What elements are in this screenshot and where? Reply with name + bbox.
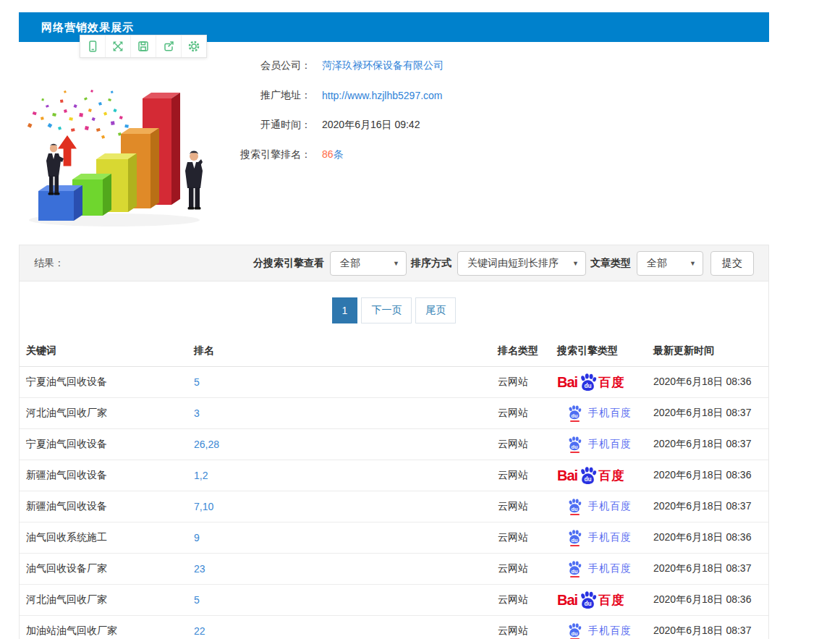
engine-select[interactable]: 全部▼ (330, 251, 407, 276)
cell-engine: Bai du 百度 (551, 367, 647, 398)
save-button[interactable] (131, 35, 156, 57)
account-info: 会员公司： 菏泽玖禄环保设备有限公司 推广地址： http://www.hzjl… (221, 51, 444, 169)
sort-select[interactable]: 关键词由短到长排序▼ (457, 251, 586, 276)
next-page-button[interactable]: 下一页 (361, 297, 412, 323)
cell-rank-type: 云网站 (491, 367, 551, 398)
info-row-open-time: 开通时间： 2020年6月16日 09:42 (221, 110, 444, 140)
rank-link[interactable]: 26,28 (194, 439, 219, 450)
baidu-mobile-logo: du 手机百度 (557, 436, 632, 453)
table-row: 河北油气回收厂家 5 云网站 Bai du 百度 (20, 585, 768, 616)
mobile-baidu-text: 手机百度 (588, 625, 632, 638)
baidu-bai-text: Bai (557, 467, 577, 484)
cell-time: 2020年6月18日 08:37 (647, 491, 768, 522)
cell-time: 2020年6月18日 08:36 (647, 585, 768, 616)
cell-rank: 23 (187, 554, 491, 585)
cell-rank-type: 云网站 (491, 398, 551, 429)
baidu-mobile-logo: du 手机百度 (557, 499, 632, 515)
baidu-pc-logo: Bai du 百度 (557, 467, 624, 485)
engine-filter-label: 分搜索引擎查看 (253, 257, 324, 270)
settings-icon (187, 40, 200, 53)
cell-engine: du 手机百度 (551, 522, 647, 554)
page-button-current[interactable]: 1 (332, 297, 358, 323)
rank-link[interactable]: 3 (194, 407, 200, 419)
cell-rank: 3 (187, 398, 491, 429)
fullscreen-button[interactable] (106, 35, 131, 57)
cell-time: 2020年6月18日 08:36 (647, 460, 768, 491)
table-row: 加油站油气回收厂家 22 云网站 du (20, 616, 768, 639)
rank-link[interactable]: 9 (194, 532, 200, 543)
baidu-paw-icon: du (567, 436, 582, 451)
marketing-chart-clipart (20, 48, 217, 229)
mobile-preview-icon (86, 40, 99, 53)
mobile-baidu-text: 手机百度 (588, 438, 632, 451)
baidu-paw-icon: du (578, 467, 598, 485)
cell-rank: 1,2 (187, 460, 491, 491)
svg-text:du: du (572, 505, 578, 512)
rank-link[interactable]: 7,10 (194, 501, 213, 512)
cell-engine: du 手机百度 (551, 429, 647, 460)
submit-button[interactable]: 提交 (710, 251, 754, 276)
rank-link[interactable]: 5 (194, 376, 200, 388)
rank-link[interactable]: 5 (194, 594, 200, 606)
results-table-body: 宁夏油气回收设备 5 云网站 Bai du 百度 (20, 367, 768, 639)
baidu-paw-icon: du (567, 561, 582, 575)
article-type-select[interactable]: 全部▼ (637, 251, 703, 276)
header-rank-type: 排名类型 (491, 337, 551, 367)
last-page-button[interactable]: 尾页 (415, 297, 456, 323)
cell-time: 2020年6月18日 08:36 (647, 522, 768, 554)
baidu-paw-icon: du (578, 591, 598, 609)
baidu-mobile-logo: du 手机百度 (557, 405, 632, 422)
info-row-rank-count: 搜索引擎排名： 86条 (221, 140, 444, 169)
baidu-underline-decoration (570, 420, 580, 422)
rank-count-label: 搜索引擎排名： (221, 148, 311, 161)
rank-count-number: 86 (322, 148, 334, 160)
table-row: 宁夏油气回收设备 5 云网站 Bai du 百度 (20, 367, 768, 398)
fullscreen-icon (111, 40, 124, 53)
cell-rank: 26,28 (187, 429, 491, 460)
mobile-baidu-text: 手机百度 (588, 500, 632, 513)
article-type-label: 文章类型 (590, 257, 631, 270)
cell-time: 2020年6月18日 08:37 (647, 616, 768, 639)
promo-url-link[interactable]: http://www.hzjlhb5297.com (322, 90, 443, 101)
company-label: 会员公司： (221, 59, 311, 72)
settings-button[interactable] (182, 35, 206, 57)
cell-rank: 5 (187, 585, 491, 616)
cell-rank-type: 云网站 (491, 616, 551, 639)
chevron-down-icon: ▼ (572, 260, 579, 267)
cell-rank: 9 (187, 522, 491, 554)
cell-rank-type: 云网站 (491, 460, 551, 491)
cell-engine: du 手机百度 (551, 616, 647, 639)
cell-time: 2020年6月18日 08:37 (647, 554, 768, 585)
table-header-row: 关键词 排名 排名类型 搜索引擎类型 最新更新时间 (20, 337, 768, 367)
cell-keyword: 河北油气回收厂家 (20, 398, 187, 429)
rank-link[interactable]: 23 (194, 563, 205, 575)
table-row: 新疆油气回收设备 1,2 云网站 Bai du 百度 (20, 460, 768, 491)
table-row: 油气回收系统施工 9 云网站 du (20, 522, 768, 554)
svg-text:du: du (585, 475, 592, 483)
cell-rank: 5 (187, 367, 491, 398)
rank-link[interactable]: 1,2 (194, 470, 208, 481)
cell-keyword: 新疆油气回收设备 (20, 491, 187, 522)
table-row: 新疆油气回收设备 7,10 云网站 du (20, 491, 768, 522)
sort-filter-label: 排序方式 (411, 257, 451, 270)
baidu-underline-decoration (570, 545, 580, 546)
cell-rank-type: 云网站 (491, 554, 551, 585)
cell-keyword: 加油站油气回收厂家 (20, 616, 187, 639)
share-button[interactable] (156, 35, 182, 57)
header-keyword: 关键词 (20, 337, 187, 367)
rank-link[interactable]: 22 (194, 625, 205, 637)
cell-keyword: 油气回收设备厂家 (20, 554, 187, 585)
company-link[interactable]: 菏泽玖禄环保设备有限公司 (322, 59, 444, 71)
info-row-url: 推广地址： http://www.hzjlhb5297.com (221, 80, 444, 110)
svg-text:du: du (585, 600, 592, 607)
mobile-preview-button[interactable] (80, 35, 106, 57)
cell-engine: du 手机百度 (551, 398, 647, 429)
table-row: 宁夏油气回收设备 26,28 云网站 du (20, 429, 768, 460)
open-time-value: 2020年6月16日 09:42 (322, 119, 420, 132)
baidu-underline-decoration (570, 576, 580, 577)
baidu-cn-text: 百度 (598, 592, 624, 609)
cell-keyword: 油气回收系统施工 (20, 522, 187, 554)
table-row: 河北油气回收厂家 3 云网站 du (20, 398, 768, 429)
cell-time: 2020年6月18日 08:36 (647, 367, 768, 398)
cell-engine: du 手机百度 (551, 554, 647, 585)
